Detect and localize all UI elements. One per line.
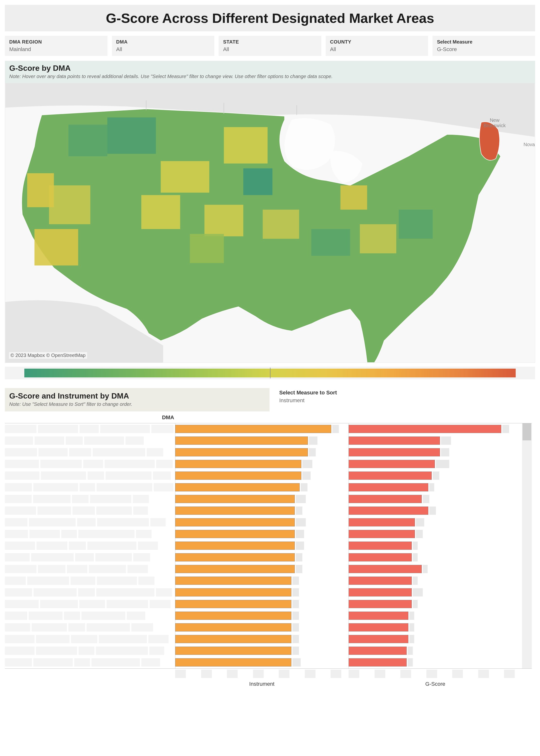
- axis-tick: [504, 670, 515, 678]
- dma-row-label: [5, 575, 175, 586]
- gscore-bar[interactable]: [348, 482, 515, 493]
- axis-tick: [400, 670, 411, 678]
- axis-tick: [426, 670, 437, 678]
- gscore-bar[interactable]: [348, 458, 515, 470]
- instrument-bar[interactable]: [175, 540, 341, 551]
- sort-label: Select Measure to Sort: [279, 389, 535, 396]
- instrument-bar[interactable]: [175, 563, 341, 575]
- dma-row-label: [5, 447, 175, 458]
- gscore-bar[interactable]: [348, 493, 515, 504]
- axis-tick: [175, 670, 186, 678]
- axis-label-instrument: Instrument: [175, 681, 348, 687]
- map-credit: © 2023 Mapbox © OpenStreetMap: [9, 352, 87, 359]
- map-svg: [5, 83, 535, 363]
- scrollbar-thumb[interactable]: [522, 423, 531, 440]
- instrument-bar[interactable]: [175, 423, 341, 435]
- filter-label: DMA REGION: [9, 39, 103, 45]
- gscore-bar[interactable]: [348, 645, 515, 656]
- gscore-bar[interactable]: [348, 505, 515, 516]
- svg-rect-8: [204, 205, 243, 236]
- gscore-bar[interactable]: [348, 435, 515, 446]
- page-title: G-Score Across Different Designated Mark…: [15, 10, 525, 26]
- axis-tick: [227, 670, 238, 678]
- gscore-bar[interactable]: [348, 622, 515, 633]
- gscore-bar[interactable]: [348, 540, 515, 551]
- gradient-midpoint-tick: [270, 368, 270, 378]
- axis-tick: [348, 670, 359, 678]
- instrument-bar[interactable]: [175, 528, 341, 540]
- gscore-bar[interactable]: [348, 517, 515, 528]
- filter-value: All: [116, 46, 210, 53]
- dma-row-label: [5, 657, 175, 668]
- filter-label: DMA: [116, 39, 210, 45]
- filter-label: Select Measure: [437, 39, 531, 45]
- gscore-bar[interactable]: [348, 657, 515, 668]
- instrument-bar[interactable]: [175, 552, 341, 563]
- instrument-bar[interactable]: [175, 587, 341, 598]
- instrument-bar[interactable]: [175, 575, 341, 586]
- sort-filter[interactable]: Select Measure to Sort Instrument: [279, 388, 535, 404]
- gscore-bar[interactable]: [348, 598, 515, 609]
- gscore-bar[interactable]: [348, 528, 515, 540]
- filter-dma-region[interactable]: DMA REGION Mainland: [5, 36, 107, 56]
- bar-section-title: G-Score and Instrument by DMA: [9, 391, 265, 400]
- gscore-axis-ticks: [348, 670, 522, 679]
- axis-label-gscore: G-Score: [348, 681, 522, 687]
- instrument-bar[interactable]: [175, 482, 341, 493]
- instrument-bar[interactable]: [175, 447, 341, 458]
- filter-value: All: [223, 46, 317, 53]
- svg-rect-14: [190, 234, 224, 263]
- dma-row-label: [5, 458, 175, 470]
- svg-rect-15: [243, 168, 272, 195]
- gscore-bar[interactable]: [348, 587, 515, 598]
- instrument-bar[interactable]: [175, 610, 341, 621]
- filters-row: DMA REGION Mainland DMA All STATE All CO…: [5, 36, 535, 56]
- map-section-title: G-Score by DMA: [9, 64, 531, 73]
- instrument-bar[interactable]: [175, 657, 341, 668]
- instrument-bar[interactable]: [175, 435, 341, 446]
- sort-value: Instrument: [279, 397, 535, 404]
- gscore-bar[interactable]: [348, 563, 515, 575]
- instrument-bar[interactable]: [175, 645, 341, 656]
- instrument-bar[interactable]: [175, 458, 341, 470]
- map-section-note: Note: Hover over any data points to reve…: [9, 74, 531, 79]
- axis-tick: [331, 670, 341, 678]
- color-gradient: [24, 369, 516, 378]
- dma-row-label: [5, 493, 175, 504]
- instrument-axis-ticks: [175, 670, 348, 679]
- filter-value: All: [330, 46, 424, 53]
- choropleth-map[interactable]: NewBrunswick Nova © 2023 Mapbox © OpenSt…: [5, 83, 535, 363]
- gscore-bar[interactable]: [348, 423, 515, 435]
- gscore-bar[interactable]: [348, 470, 515, 481]
- instrument-bar[interactable]: [175, 493, 341, 504]
- axis-tick: [253, 670, 264, 678]
- svg-rect-4: [141, 195, 180, 229]
- filter-select-measure[interactable]: Select Measure G-Score: [433, 36, 535, 56]
- filter-label: STATE: [223, 39, 317, 45]
- scrollbar[interactable]: [522, 423, 532, 669]
- gscore-bar[interactable]: [348, 610, 515, 621]
- svg-rect-6: [27, 173, 54, 207]
- dma-row-label: [5, 423, 175, 435]
- axis-tick: [375, 670, 385, 678]
- instrument-bar[interactable]: [175, 505, 341, 516]
- gscore-bar[interactable]: [348, 575, 515, 586]
- map-label-nova: Nova: [523, 142, 535, 147]
- dma-row-label: [5, 622, 175, 633]
- instrument-bar[interactable]: [175, 517, 341, 528]
- instrument-bar[interactable]: [175, 598, 341, 609]
- dma-row-label: [5, 633, 175, 645]
- instrument-bar[interactable]: [175, 633, 341, 645]
- gscore-bar[interactable]: [348, 447, 515, 458]
- dma-row-label: [5, 645, 175, 656]
- instrument-bar[interactable]: [175, 622, 341, 633]
- svg-rect-12: [399, 210, 433, 239]
- filter-county[interactable]: COUNTY All: [326, 36, 428, 56]
- dma-row-label: [5, 563, 175, 575]
- filter-dma[interactable]: DMA All: [112, 36, 214, 56]
- filter-state[interactable]: STATE All: [219, 36, 321, 56]
- gscore-bar[interactable]: [348, 633, 515, 645]
- svg-rect-16: [340, 185, 367, 210]
- instrument-bar[interactable]: [175, 470, 341, 481]
- gscore-bar[interactable]: [348, 552, 515, 563]
